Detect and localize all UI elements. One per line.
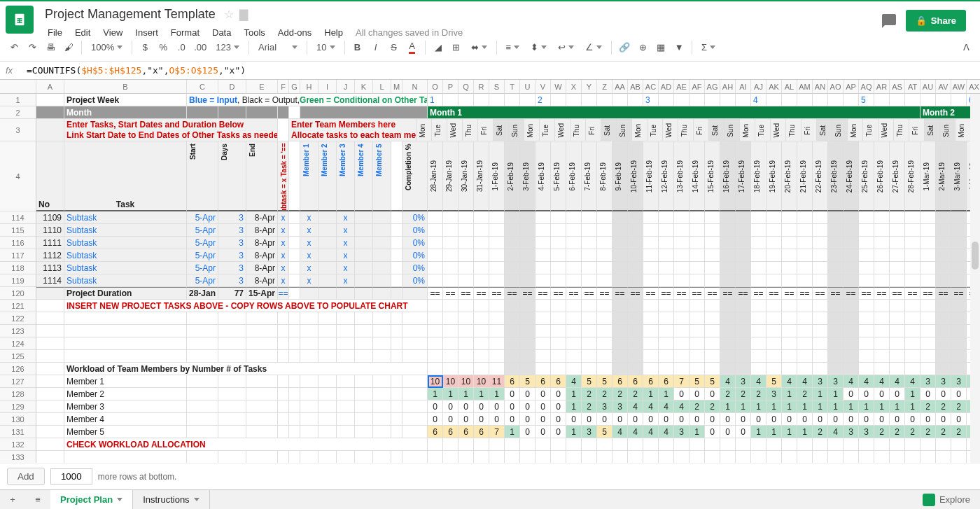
cell[interactable] <box>859 325 874 337</box>
cell[interactable]: 0 <box>551 388 566 400</box>
cell[interactable] <box>36 287 64 300</box>
cell[interactable]: 0 <box>520 413 536 426</box>
cell[interactable] <box>443 312 458 325</box>
cell[interactable] <box>373 400 391 413</box>
cell[interactable]: 0 <box>428 413 443 426</box>
cell[interactable] <box>690 363 705 375</box>
cell[interactable] <box>859 249 874 262</box>
cell[interactable] <box>766 224 782 237</box>
cell[interactable]: == <box>612 287 628 300</box>
cell[interactable]: 5 <box>582 375 597 388</box>
cell[interactable] <box>597 337 612 350</box>
cell[interactable] <box>690 211 705 224</box>
cell[interactable] <box>597 451 612 463</box>
cell[interactable] <box>428 249 443 262</box>
cell[interactable] <box>905 350 920 363</box>
add-sheet-button[interactable]: + <box>0 490 25 509</box>
cell[interactable] <box>246 426 278 438</box>
cell[interactable] <box>505 325 520 337</box>
cell[interactable]: 4 <box>659 400 674 413</box>
cell[interactable]: 4 <box>905 375 920 388</box>
cell[interactable] <box>766 451 782 463</box>
cell[interactable] <box>951 262 967 274</box>
cell[interactable]: 0 <box>489 413 505 426</box>
cell[interactable] <box>859 438 874 451</box>
cell[interactable]: 1 <box>782 388 797 400</box>
cell[interactable]: == <box>905 287 920 300</box>
cell[interactable]: 4 <box>874 375 890 388</box>
cell[interactable] <box>489 211 505 224</box>
cell[interactable] <box>278 119 289 141</box>
cell[interactable] <box>566 274 582 287</box>
cell[interactable] <box>766 300 782 312</box>
cell[interactable]: 0 <box>690 388 705 400</box>
cell[interactable]: Member 1 <box>300 141 318 211</box>
cell[interactable]: 77 <box>218 287 246 300</box>
cell[interactable] <box>355 274 373 287</box>
cell[interactable]: 22-Feb-19 <box>813 141 828 211</box>
cell[interactable] <box>505 211 520 224</box>
cell[interactable] <box>391 388 402 400</box>
row-header[interactable]: 119 <box>0 274 36 287</box>
cell[interactable]: 0 <box>828 413 844 426</box>
cell[interactable]: == <box>474 287 489 300</box>
cell[interactable] <box>690 325 705 337</box>
cell[interactable]: 4 <box>659 426 674 438</box>
cell[interactable] <box>951 300 967 312</box>
cell[interactable] <box>844 274 859 287</box>
cell[interactable]: 4 <box>782 375 797 388</box>
cell[interactable] <box>187 325 218 337</box>
cell[interactable] <box>813 363 828 375</box>
cell[interactable] <box>474 300 489 312</box>
cell[interactable]: End <box>246 141 278 211</box>
cell[interactable]: x <box>278 237 289 249</box>
cell[interactable] <box>674 438 690 451</box>
cell[interactable] <box>690 337 705 350</box>
cell[interactable]: Month <box>64 106 187 119</box>
cell[interactable] <box>782 451 797 463</box>
cell[interactable]: 1 <box>659 388 674 400</box>
cell[interactable] <box>289 337 300 350</box>
cell[interactable] <box>278 400 289 413</box>
cell[interactable] <box>844 438 859 451</box>
cell[interactable] <box>318 375 337 388</box>
cell[interactable]: Member 2 <box>318 141 337 211</box>
cell[interactable] <box>674 451 690 463</box>
cell[interactable]: 1 <box>751 400 766 413</box>
cell[interactable] <box>597 249 612 262</box>
cell[interactable]: == <box>674 287 690 300</box>
borders-button[interactable]: ⊞ <box>448 38 465 57</box>
column-header[interactable]: N <box>402 80 428 94</box>
cell[interactable] <box>920 363 936 375</box>
cell[interactable]: No <box>36 141 64 211</box>
cell[interactable] <box>828 363 844 375</box>
cell[interactable] <box>551 249 566 262</box>
cell[interactable] <box>458 325 474 337</box>
cell[interactable]: 0 <box>612 413 628 426</box>
row-header[interactable]: 130 <box>0 413 36 426</box>
cell[interactable]: 3 <box>218 262 246 274</box>
cell[interactable] <box>659 249 674 262</box>
cell[interactable]: 1114 <box>36 274 64 287</box>
column-header[interactable]: Z <box>597 80 612 94</box>
cell[interactable] <box>187 388 218 400</box>
insert-chart-button[interactable]: ▦ <box>652 38 669 57</box>
cell[interactable]: Member 4 <box>64 413 187 426</box>
cell[interactable]: 4 <box>751 375 766 388</box>
row-header[interactable]: 122 <box>0 312 36 325</box>
cell[interactable] <box>874 325 890 337</box>
column-header[interactable]: AN <box>813 80 828 94</box>
cell[interactable] <box>36 451 64 463</box>
cell[interactable] <box>736 350 751 363</box>
cell[interactable] <box>551 274 566 287</box>
cell[interactable] <box>736 363 751 375</box>
cell[interactable]: 3 <box>736 375 751 388</box>
cell[interactable] <box>659 274 674 287</box>
cell[interactable] <box>612 224 628 237</box>
cell[interactable] <box>64 337 187 350</box>
cell[interactable]: 3 <box>582 426 597 438</box>
cell[interactable] <box>920 451 936 463</box>
cell[interactable] <box>536 312 551 325</box>
cell[interactable] <box>318 388 337 400</box>
cell[interactable] <box>813 337 828 350</box>
